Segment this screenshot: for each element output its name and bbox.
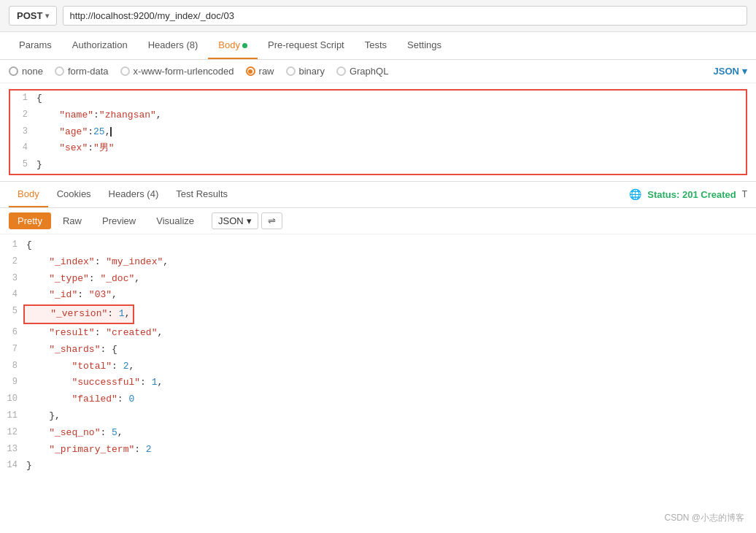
request-line-2: 2 "name":"zhangsan",: [10, 107, 746, 124]
resp-line-6: 6 "result": "created",: [0, 325, 756, 342]
resp-line-3: 3 "_type": "_doc",: [0, 271, 756, 288]
line-content-3: "age":25,: [36, 125, 746, 140]
status-badge: 🌐 Status: 201 Created T: [629, 188, 747, 200]
radio-raw: [246, 66, 255, 76]
resp-line-10: 10 "failed": 0: [0, 391, 756, 408]
tab-body[interactable]: Body: [208, 32, 258, 59]
response-tab-headers[interactable]: Headers (4): [100, 182, 168, 207]
option-binary[interactable]: binary: [286, 66, 325, 77]
line-num-2: 2: [10, 108, 36, 122]
tab-tests[interactable]: Tests: [355, 32, 397, 59]
json-format-btn[interactable]: JSON ▾: [714, 66, 747, 77]
subtab-visualize[interactable]: Visualize: [147, 212, 203, 229]
option-raw-label: raw: [259, 66, 274, 77]
option-raw[interactable]: raw: [246, 66, 274, 77]
method-chevron-icon: ▾: [45, 12, 49, 20]
subtab-raw[interactable]: Raw: [54, 212, 90, 229]
resp-line-2: 2 "_index": "my_index",: [0, 254, 756, 271]
response-format-chevron: ▾: [247, 215, 252, 226]
radio-binary: [286, 66, 296, 76]
option-formdata-label: form-data: [68, 66, 109, 77]
body-options: none form-data x-www-form-urlencoded raw…: [0, 60, 756, 83]
resp-line-5: 5 "_version": 1,: [0, 304, 756, 325]
line-content-1: {: [36, 91, 746, 107]
radio-urlencoded: [120, 66, 130, 76]
tab-settings[interactable]: Settings: [397, 32, 452, 59]
line-content-2: "name":"zhangsan",: [36, 108, 746, 123]
status-extra: T: [742, 189, 747, 199]
url-bar: [63, 6, 747, 26]
resp-line-12: 12 "_seq_no": 5,: [0, 425, 756, 442]
response-body: 1 { 2 "_index": "my_index", 3 "_type": "…: [0, 234, 756, 478]
url-input[interactable]: [63, 7, 747, 25]
resp-line-8: 8 "total": 2,: [0, 358, 756, 375]
method-label: POST: [17, 10, 42, 21]
radio-graphql: [336, 66, 346, 76]
subtab-pretty[interactable]: Pretty: [9, 212, 51, 229]
globe-icon: 🌐: [629, 188, 641, 200]
version-line: "_version": 1,: [23, 304, 134, 324]
json-chevron-icon: ▾: [742, 66, 747, 77]
option-urlencoded-label: x-www-form-urlencoded: [134, 66, 234, 77]
line-num-1: 1: [10, 91, 36, 105]
option-graphql[interactable]: GraphQL: [336, 66, 388, 77]
method-select[interactable]: POST ▾: [9, 6, 57, 26]
option-none-label: none: [22, 66, 43, 77]
request-line-3: 3 "age":25,: [10, 124, 746, 141]
resp-line-14: 14 }: [0, 458, 756, 475]
request-line-5: 5 }: [10, 157, 746, 174]
response-nav: Body Cookies Headers (4) Test Results 🌐 …: [0, 182, 756, 208]
request-line-4: 4 "sex":"男": [10, 140, 746, 157]
tab-authorization[interactable]: Authorization: [62, 32, 138, 59]
resp-line-9: 9 "successful": 1,: [0, 375, 756, 391]
radio-none: [9, 66, 18, 76]
line-num-5: 5: [10, 158, 36, 172]
tab-prerequest[interactable]: Pre-request Script: [258, 32, 355, 59]
top-bar: POST ▾: [0, 0, 756, 32]
tab-params[interactable]: Params: [9, 32, 62, 59]
body-dot: [242, 43, 247, 48]
response-tab-body[interactable]: Body: [9, 182, 48, 207]
radio-formdata: [55, 66, 64, 76]
option-graphql-label: GraphQL: [350, 66, 388, 77]
option-formdata[interactable]: form-data: [55, 66, 109, 77]
line-num-4: 4: [10, 141, 36, 155]
subtab-preview[interactable]: Preview: [93, 212, 144, 229]
json-format-label: JSON: [714, 66, 739, 77]
resp-line-4: 4 "_id": "03",: [0, 287, 756, 304]
response-tab-cookies[interactable]: Cookies: [48, 182, 100, 207]
resp-line-7: 7 "_shards": {: [0, 342, 756, 358]
wrap-icon[interactable]: ⇌: [261, 212, 282, 229]
response-json-format[interactable]: JSON ▾: [212, 212, 258, 229]
status-text: Status: 201 Created: [647, 189, 736, 200]
option-binary-label: binary: [299, 66, 325, 77]
nav-tabs: Params Authorization Headers (8) Body Pr…: [0, 32, 756, 60]
line-content-4: "sex":"男": [36, 141, 746, 156]
request-editor[interactable]: 1 { 2 "name":"zhangsan", 3 "age":25, 4 "…: [0, 83, 756, 182]
tab-headers[interactable]: Headers (8): [138, 32, 209, 59]
line-num-3: 3: [10, 125, 36, 139]
resp-line-1: 1 {: [0, 237, 756, 254]
response-subtabs: Pretty Raw Preview Visualize JSON ▾ ⇌: [0, 208, 756, 234]
resp-line-13: 13 "_primary_term": 2: [0, 442, 756, 459]
request-line-1: 1 {: [10, 91, 746, 107]
response-format-label: JSON: [218, 215, 244, 226]
resp-line-11: 11 },: [0, 408, 756, 425]
option-urlencoded[interactable]: x-www-form-urlencoded: [120, 66, 234, 77]
response-tab-testresults[interactable]: Test Results: [167, 182, 236, 207]
line-content-5: }: [36, 158, 746, 173]
option-none[interactable]: none: [9, 66, 43, 77]
